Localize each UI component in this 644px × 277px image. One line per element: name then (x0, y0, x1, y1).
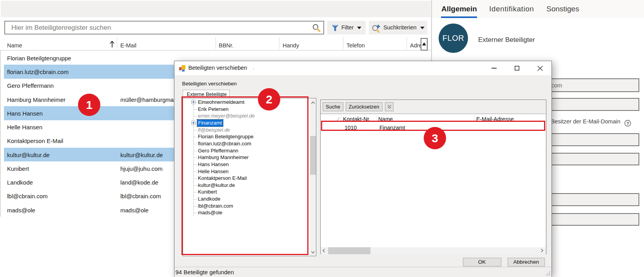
svg-text:?: ? (626, 121, 629, 126)
